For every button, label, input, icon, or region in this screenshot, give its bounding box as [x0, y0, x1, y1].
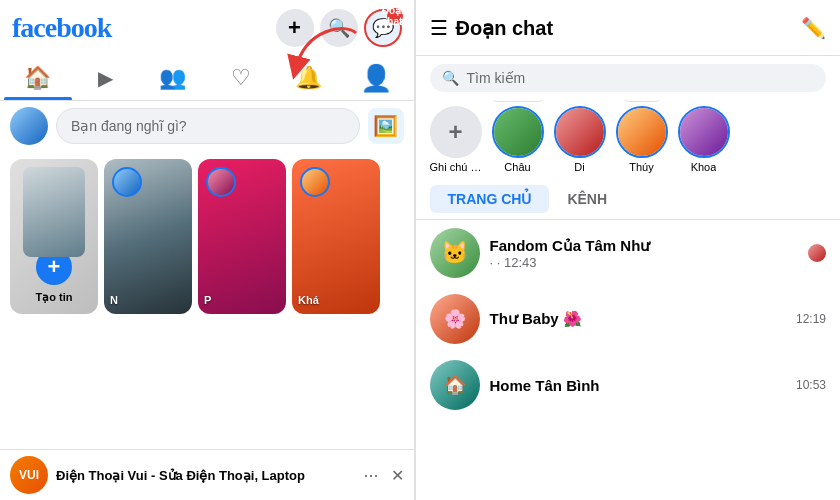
facebook-logo: facebook — [12, 12, 111, 44]
story-khoa[interactable]: Khoa — [678, 106, 730, 173]
home-time: 10:53 — [796, 378, 826, 392]
create-story-label: Tạo tin — [36, 291, 73, 304]
chau-badge: Đi thi chưa — [490, 100, 546, 102]
hamburger-icon[interactable]: ☰ — [430, 16, 448, 40]
video-icon: ▶ — [98, 66, 113, 90]
di-label: Di — [574, 161, 584, 173]
story-name-2: P — [204, 294, 280, 306]
fandom-preview: · · 12:43 — [490, 255, 799, 270]
story-row: + Ghi chú c... Đi thi chưa Châu Di — [416, 100, 841, 179]
ad-avatar: VUI — [10, 456, 48, 494]
messenger-badge: Đoạn chat — [386, 7, 404, 25]
photo-icon: 🖼️ — [373, 114, 398, 138]
khoa-label: Khoa — [691, 161, 717, 173]
tab-heart[interactable]: ♡ — [207, 56, 275, 100]
tab-friends[interactable]: 👥 — [139, 56, 207, 100]
tab-video[interactable]: ▶ — [72, 56, 140, 100]
chau-circle — [492, 106, 544, 158]
chau-label: Châu — [504, 161, 530, 173]
story-card-3[interactable]: Khá — [292, 159, 380, 314]
tab-trang-chu[interactable]: TRANG CHỦ — [430, 185, 550, 213]
search-icon: 🔍 — [328, 17, 350, 39]
nav-tabs: 🏠 ▶ 👥 ♡ 🔔 👤 — [0, 56, 414, 101]
thu-time: 12:19 — [796, 312, 826, 326]
kenh-label: KÊNH — [567, 191, 607, 207]
story-di[interactable]: Di — [554, 106, 606, 173]
story-add-note[interactable]: + Ghi chú c... — [430, 106, 482, 173]
status-bar: Bạn đang nghĩ gì? 🖼️ — [0, 101, 414, 151]
trang-chu-label: TRANG CHỦ — [448, 191, 532, 207]
edit-button[interactable]: ✏️ — [801, 16, 826, 40]
fandom-right — [808, 244, 826, 262]
story-chau[interactable]: Đi thi chưa Châu — [492, 106, 544, 173]
story-card-1[interactable]: N — [104, 159, 192, 314]
fandom-avatar: 🐱 — [430, 228, 480, 278]
thuy-badge: Hmmm — [621, 100, 662, 102]
home-icon: 🏠 — [24, 65, 51, 91]
tab-home[interactable]: 🏠 — [4, 56, 72, 100]
left-panel: facebook + 🔍 💬 Đoạn chat — [0, 0, 415, 500]
add-note-circle: + — [430, 106, 482, 158]
tab-bell[interactable]: 🔔 — [274, 56, 342, 100]
home-info: Home Tân Bình — [490, 377, 786, 394]
user-avatar — [10, 107, 48, 145]
chat-item-fandom[interactable]: 🐱 Fandom Của Tâm Như · · 12:43 — [416, 220, 841, 286]
ad-more-button[interactable]: ··· — [359, 465, 382, 486]
stories-grid: + Tạo tin N P Khá — [0, 151, 414, 322]
story-name-1: N — [110, 294, 186, 306]
add-note-label: Ghi chú c... — [430, 161, 482, 173]
chat-list: 🐱 Fandom Của Tâm Như · · 12:43 🌸 Thư Bab… — [416, 220, 841, 500]
bell-icon: 🔔 — [295, 65, 322, 91]
chat-header-left: ☰ Đoạn chat — [430, 16, 554, 40]
ad-text: Điện Thoại Vui - Sửa Điện Thoại, Laptop — [56, 468, 351, 483]
ad-close-button[interactable]: ✕ — [391, 466, 404, 485]
thu-info: Thư Baby 🌺 — [490, 310, 786, 328]
top-icons: + 🔍 💬 Đoạn chat — [276, 9, 402, 47]
right-panel: ☰ Đoạn chat ✏️ 🔍 Tìm kiếm + Ghi chú c...… — [416, 0, 841, 500]
thuy-label: Thúy — [629, 161, 653, 173]
friends-icon: 👥 — [159, 65, 186, 91]
fandom-name: Fandom Của Tâm Như — [490, 237, 799, 255]
heart-icon: ♡ — [231, 65, 251, 91]
story-avatar-2 — [206, 167, 236, 197]
di-circle — [554, 106, 606, 158]
chat-item-thu-baby[interactable]: 🌸 Thư Baby 🌺 12:19 — [416, 286, 841, 352]
chat-item-home-tan-binh[interactable]: 🏠 Home Tân Bình 10:53 — [416, 352, 841, 418]
chat-header: ☰ Đoạn chat ✏️ — [416, 0, 841, 56]
search-placeholder: Tìm kiếm — [467, 70, 526, 86]
ad-banner: VUI Điện Thoại Vui - Sửa Điện Thoại, Lap… — [0, 449, 414, 500]
fandom-info: Fandom Của Tâm Như · · 12:43 — [490, 237, 799, 270]
search-icon: 🔍 — [442, 70, 459, 86]
search-button[interactable]: 🔍 — [320, 9, 358, 47]
thu-name: Thư Baby 🌺 — [490, 310, 786, 328]
story-thuy[interactable]: Hmmm Thúy — [616, 106, 668, 173]
tab-kenh[interactable]: KÊNH — [549, 185, 625, 213]
khoa-circle — [678, 106, 730, 158]
fandom-sender-avatar — [808, 244, 826, 262]
story-name-3: Khá — [298, 294, 374, 306]
story-card-2[interactable]: P — [198, 159, 286, 314]
profile-icon: 👤 — [360, 63, 392, 94]
story-avatar-3 — [300, 167, 330, 197]
top-bar: facebook + 🔍 💬 Đoạn chat — [0, 0, 414, 56]
post-input[interactable]: Bạn đang nghĩ gì? — [56, 108, 360, 144]
chat-tabs: TRANG CHỦ KÊNH — [416, 179, 841, 220]
thu-avatar: 🌸 — [430, 294, 480, 344]
chat-title: Đoạn chat — [456, 16, 554, 40]
photo-button[interactable]: 🖼️ — [368, 108, 404, 144]
post-placeholder: Bạn đang nghĩ gì? — [71, 118, 187, 134]
create-story-card[interactable]: + Tạo tin — [10, 159, 98, 314]
story-avatar-1 — [112, 167, 142, 197]
ad-title: Điện Thoại Vui - Sửa Điện Thoại, Laptop — [56, 468, 351, 483]
home-name: Home Tân Bình — [490, 377, 786, 394]
add-button[interactable]: + — [276, 9, 314, 47]
add-icon: + — [288, 15, 301, 41]
thuy-circle — [616, 106, 668, 158]
search-box[interactable]: 🔍 Tìm kiếm — [430, 64, 827, 92]
tab-profile[interactable]: 👤 — [342, 56, 410, 100]
messenger-button[interactable]: 💬 Đoạn chat — [364, 9, 402, 47]
home-avatar: 🏠 — [430, 360, 480, 410]
